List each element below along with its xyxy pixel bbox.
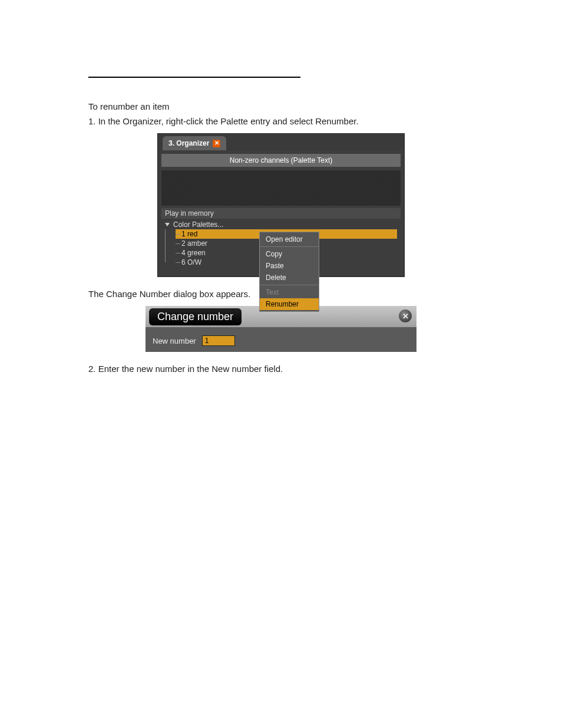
organizer-panel: 3. Organizer ✕ Non-zero channels (Palett… [157, 133, 405, 277]
tree-root-label: Color Palettes... [173, 220, 223, 229]
step-1: 1. In the Organizer, right-click the Pal… [88, 116, 474, 126]
organizer-header: Non-zero channels (Palette Text) [161, 154, 401, 167]
organizer-tab-label: 3. Organizer [168, 139, 209, 147]
organizer-tree: Color Palettes... 1 red 2 amber 4 [161, 219, 401, 273]
tree-item-num: 1 [181, 230, 186, 238]
tree-item-num: 2 [181, 239, 186, 248]
context-menu-item-paste[interactable]: Paste [260, 260, 319, 272]
context-menu-item-copy[interactable]: Copy [260, 248, 319, 260]
new-number-label: New number [153, 337, 196, 345]
context-menu-item-open-editor[interactable]: Open editor [260, 233, 319, 245]
chevron-down-icon [165, 223, 170, 226]
dialog-title: Change number [149, 308, 242, 325]
context-menu: Open editor Copy Paste Delete Text Renum… [259, 232, 319, 312]
tree-item-num: 6 [181, 258, 186, 266]
tree-item-name: O/W [187, 258, 201, 266]
tree-item-num: 4 [181, 249, 186, 257]
new-number-input[interactable] [202, 335, 235, 346]
tree-item-name: green [187, 249, 206, 257]
context-menu-item-delete[interactable]: Delete [260, 272, 319, 284]
close-icon[interactable]: ✕ [399, 309, 412, 322]
tree-root[interactable]: Color Palettes... [165, 220, 397, 229]
intro-text: To renumber an item [88, 101, 474, 111]
change-number-dialog: Change number ✕ New number [146, 306, 416, 352]
context-menu-item-text: Text [260, 286, 319, 298]
organizer-section-label: Play in memory [161, 208, 401, 219]
organizer-tabbar: 3. Organizer ✕ [158, 134, 404, 150]
organizer-tab[interactable]: 3. Organizer ✕ [163, 136, 226, 150]
header-rule [88, 77, 300, 78]
tree-item-name: red [187, 230, 197, 238]
close-icon[interactable]: ✕ [213, 140, 220, 147]
step-2: 2. Enter the new number in the New numbe… [88, 364, 474, 374]
context-menu-item-renumber[interactable]: Renumber [260, 298, 319, 310]
organizer-preview-area [161, 170, 401, 206]
tree-item-name: amber [187, 239, 207, 248]
